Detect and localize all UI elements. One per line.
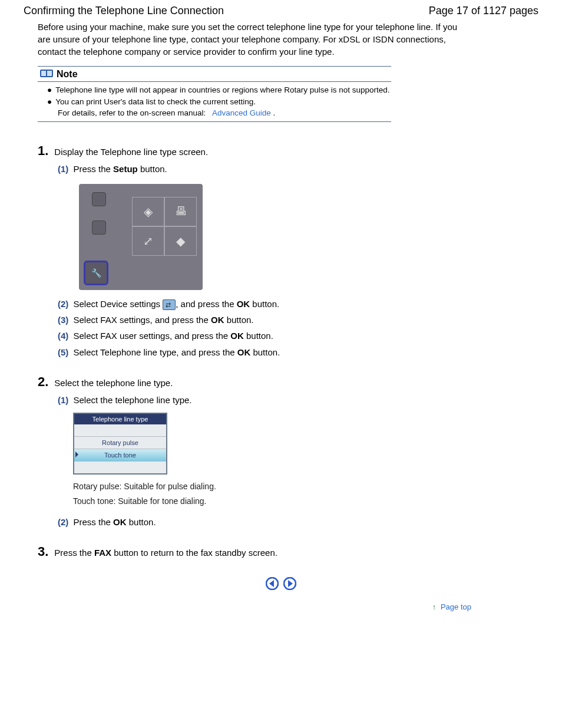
fax-button-label: FAX	[94, 548, 111, 558]
prev-page-button[interactable]	[266, 577, 279, 592]
step-2-text: Select the telephone line type.	[54, 378, 173, 388]
note-bullet-1: Telephone line type will not appear in c…	[55, 84, 389, 96]
note-details-prefix: For details, refer to the on-screen manu…	[58, 108, 206, 117]
note-box: Note ● Telephone line type will not appe…	[38, 66, 391, 122]
ok-button-label: OK	[230, 331, 244, 341]
grid-layers-icon: ◈	[132, 197, 164, 226]
svg-marker-4	[269, 580, 274, 587]
lcd-option-touch-tone: Touch tone	[74, 449, 166, 462]
rotary-pulse-description: Rotary pulse: Suitable for pulse dialing…	[73, 479, 527, 494]
substep-2-2-b: button.	[127, 517, 156, 527]
ok-button-label: OK	[237, 299, 250, 309]
device-menu-grid: ◈ 🖶 ⤢ ◆	[132, 197, 197, 256]
note-bullet-2: You can print User's data list to check …	[55, 96, 256, 108]
substep-2-1-num: (1)	[58, 395, 68, 405]
lcd-option-rotary: Rotary pulse	[74, 437, 166, 449]
next-page-button[interactable]	[283, 577, 296, 592]
telephone-line-type-screen-image: Telephone line type Rotary pulse Touch t…	[73, 413, 167, 475]
grid-scan-icon: ⤢	[132, 226, 164, 256]
substep-2-2-a: Press the	[74, 517, 114, 527]
bullet-icon: ●	[47, 84, 52, 96]
svg-rect-2	[47, 71, 52, 76]
substep-1-1-b: button.	[138, 164, 167, 174]
substep-2-2-num: (2)	[58, 517, 68, 527]
page-top-link[interactable]: Page top	[441, 602, 471, 611]
device-button-icon	[92, 220, 106, 235]
device-setup-screen-image: ◈ 🖶 ⤢ ◆ 🔧	[79, 184, 203, 290]
substep-1-5-a: Select Telephone line type, and press th…	[74, 347, 237, 357]
substep-1-5-num: (5)	[58, 347, 68, 357]
grid-diamond-icon: ◆	[164, 226, 197, 256]
device-button-icon	[92, 192, 106, 206]
substep-1-4-b: button.	[244, 331, 273, 341]
substep-1-3-num: (3)	[58, 315, 68, 325]
grid-printer-icon: 🖶	[164, 197, 197, 226]
bullet-icon: ●	[47, 96, 52, 108]
ok-button-label: OK	[237, 347, 251, 357]
substep-1-2-c: button.	[250, 299, 279, 309]
substep-1-1-num: (1)	[58, 164, 68, 174]
step-2-number: 2.	[38, 374, 48, 390]
substep-1-1-a: Press the	[74, 164, 114, 174]
page-indicator: Page 17 of 1127 pages	[429, 5, 538, 17]
substep-1-2-a: Select Device settings	[74, 299, 163, 309]
note-label: Note	[57, 69, 78, 80]
substep-1-3-b: button.	[224, 315, 253, 325]
advanced-guide-link[interactable]: Advanced Guide	[212, 108, 271, 117]
substep-1-2-num: (2)	[58, 299, 68, 309]
substep-2-1: Select the telephone line type.	[74, 395, 192, 405]
arrow-up-icon: ↑	[432, 602, 437, 611]
step-1-number: 1.	[38, 143, 48, 159]
note-book-icon	[40, 68, 53, 80]
note-period: .	[273, 108, 276, 117]
lcd-title: Telephone line type	[74, 414, 166, 424]
substep-1-3-a: Select FAX settings, and press the	[74, 315, 211, 325]
svg-marker-6	[288, 580, 293, 587]
device-settings-icon	[163, 299, 176, 310]
step-3-text: Press the FAX button to return to the fa…	[54, 548, 277, 558]
substep-1-4-num: (4)	[58, 331, 68, 341]
step-1-text: Display the Telephone line type screen.	[54, 147, 208, 157]
setup-button-label: Setup	[113, 164, 138, 174]
device-settings-highlight-icon: 🔧	[84, 261, 108, 285]
substep-1-2-b: , and press the	[176, 299, 236, 309]
substep-1-4-a: Select FAX user settings, and press the	[74, 331, 231, 341]
ok-button-label: OK	[113, 517, 127, 527]
intro-paragraph: Before using your machine, make sure you…	[35, 21, 462, 58]
substep-1-5-b: button.	[250, 347, 280, 357]
step-3-number: 3.	[38, 544, 48, 559]
ok-button-label: OK	[211, 315, 224, 325]
page-title: Confirming the Telephone Line Connection	[24, 5, 224, 17]
touch-tone-description: Touch tone: Suitable for tone dialing.	[73, 494, 527, 509]
svg-rect-1	[41, 71, 46, 76]
